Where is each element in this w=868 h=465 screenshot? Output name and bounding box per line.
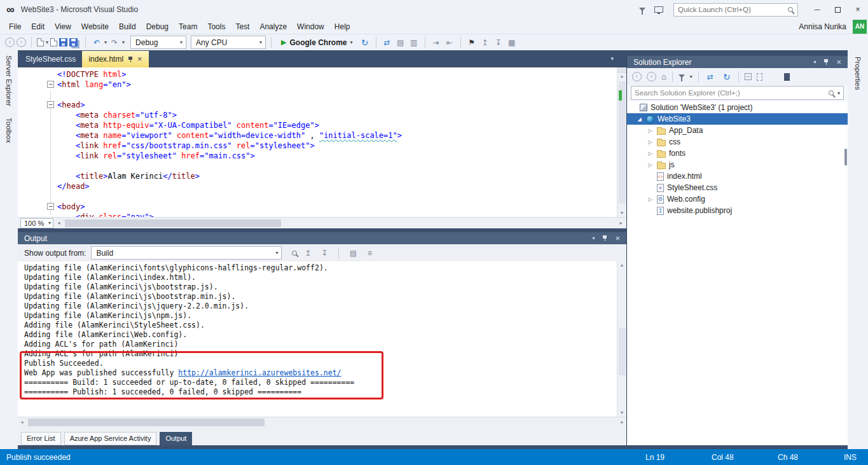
chevron-down-icon[interactable]: ▾	[122, 39, 125, 45]
tree-vertical-scrollbar[interactable]	[844, 148, 848, 445]
start-debugging-button[interactable]: ▶ Google Chrome ▾	[277, 38, 357, 47]
toggle-bookmark-icon[interactable]: ⚑	[466, 38, 478, 47]
scroll-up-icon[interactable]: ▲	[617, 73, 626, 80]
window-position-chevron-icon[interactable]: ▾	[592, 235, 595, 241]
menu-view[interactable]: View	[50, 20, 76, 33]
menu-build[interactable]: Build	[114, 20, 141, 33]
panel-tab-output[interactable]: Output	[160, 432, 192, 445]
outdent-icon[interactable]: ⇤	[444, 38, 455, 47]
output-horizontal-scrollbar[interactable]: ◂ ▸	[18, 417, 626, 427]
close-button[interactable]: ×	[848, 0, 868, 19]
redo-icon[interactable]: ↷	[109, 38, 120, 47]
close-icon[interactable]: ×	[615, 235, 620, 242]
chevron-down-icon[interactable]: ▾	[690, 74, 692, 80]
document-list-chevron-icon[interactable]: ▾	[610, 55, 614, 62]
show-all-files-icon[interactable]	[757, 73, 762, 81]
notifications-icon[interactable]	[654, 6, 663, 13]
tree-item-index-html[interactable]: index.html	[627, 170, 848, 182]
menu-file[interactable]: File	[4, 20, 26, 33]
panel-tab-azure-app-service-activity[interactable]: Azure App Service Activity	[64, 432, 157, 445]
menu-debug[interactable]: Debug	[141, 20, 174, 33]
expander-icon[interactable]: ◢	[636, 116, 643, 122]
solution-search-input[interactable]	[631, 89, 829, 97]
zoom-dropdown[interactable]: 100 % ▾	[20, 218, 53, 228]
undo-icon[interactable]: ↶	[91, 38, 102, 47]
scroll-left-icon[interactable]: ◂	[55, 218, 63, 228]
refresh-icon[interactable]: ↻	[359, 38, 371, 48]
panel-tab-error-list[interactable]: Error List	[21, 432, 61, 445]
tree-item-solution[interactable]: Solution 'WebSite3' (1 project)	[627, 102, 848, 113]
fold-toggle-icon[interactable]: −	[47, 101, 54, 108]
chevron-down-icon[interactable]: ▾	[837, 90, 840, 96]
search-icon[interactable]	[788, 7, 793, 12]
tree-item-web-config[interactable]: ▷Web.config	[627, 193, 848, 205]
tab-stylesheet-css[interactable]: StyleSheet.css	[19, 51, 82, 67]
split-handle[interactable]	[617, 67, 626, 73]
chevron-down-icon[interactable]: ▾	[104, 39, 107, 45]
tool-tab-toolbox[interactable]: Toolbox	[5, 116, 13, 144]
preview-selected-items-icon[interactable]	[784, 73, 790, 81]
tree-item-stylesheet-css[interactable]: StyleSheet.css	[627, 182, 848, 193]
indent-icon[interactable]: ⇥	[431, 38, 442, 47]
tree-item-js[interactable]: ▷js	[627, 159, 848, 170]
expander-icon[interactable]: ▷	[647, 128, 654, 134]
expander-icon[interactable]: ▷	[647, 162, 654, 168]
signed-in-user[interactable]: Annisa Nurika	[799, 22, 846, 31]
output-source-dropdown[interactable]: Build ▾	[91, 246, 282, 260]
tree-item-css[interactable]: ▷css	[627, 136, 848, 148]
scroll-down-icon[interactable]: ▼	[617, 409, 626, 417]
save-icon[interactable]	[59, 38, 67, 46]
scroll-right-icon[interactable]: ▸	[617, 218, 625, 228]
quick-launch-box[interactable]	[673, 3, 798, 17]
menu-team[interactable]: Team	[174, 20, 202, 33]
menu-tools[interactable]: Tools	[202, 20, 230, 33]
published-site-link[interactable]: http://alamkerinci.azurewebsites.net/	[178, 368, 341, 377]
comment-out-icon[interactable]: ▤	[395, 38, 406, 47]
previous-message-icon[interactable]: ↥	[302, 249, 313, 258]
menu-edit[interactable]: Edit	[26, 20, 50, 33]
chevron-down-icon[interactable]: ▾	[350, 39, 353, 45]
editor-vertical-scrollbar[interactable]: ▲ ▼	[617, 67, 626, 217]
editor-horizontal-scrollbar[interactable]: ◂ ▸	[55, 218, 625, 228]
menu-website[interactable]: Website	[76, 20, 114, 33]
avatar[interactable]: AN	[853, 20, 867, 34]
find-message-icon[interactable]	[292, 251, 297, 256]
clear-bookmarks-icon[interactable]: ▦	[506, 38, 518, 47]
scroll-down-icon[interactable]: ▼	[617, 209, 626, 217]
search-icon[interactable]	[829, 90, 834, 95]
clear-all-icon[interactable]: ▤	[347, 249, 359, 258]
menu-help[interactable]: Help	[329, 20, 355, 33]
pin-icon[interactable]	[602, 235, 607, 242]
tree-item-app-data[interactable]: ▷App_Data	[627, 125, 848, 136]
scroll-thumb[interactable]	[65, 219, 281, 227]
expander-icon[interactable]: ▷	[647, 151, 654, 156]
open-file-icon[interactable]	[50, 38, 57, 46]
pin-icon[interactable]	[128, 56, 133, 63]
scroll-right-icon[interactable]: ▸	[618, 417, 626, 427]
filter-icon[interactable]	[679, 74, 685, 81]
feedback-icon[interactable]	[639, 8, 645, 15]
code-editor[interactable]: <!DOCTYPE html>−<html lang="en">−<head> …	[18, 67, 626, 217]
uncomment-icon[interactable]: ▥	[408, 38, 420, 47]
quick-launch-input[interactable]	[674, 6, 785, 13]
window-position-chevron-icon[interactable]: ▾	[813, 59, 816, 65]
fold-toggle-icon[interactable]: −	[47, 81, 54, 88]
expander-icon[interactable]: ▷	[647, 197, 654, 202]
tab-index-html[interactable]: index.html×	[82, 51, 148, 67]
sync-with-active-document-icon[interactable]: ⇄	[705, 73, 716, 81]
save-all-icon[interactable]	[69, 38, 78, 46]
scroll-thumb[interactable]	[28, 419, 265, 426]
menu-window[interactable]: Window	[292, 20, 329, 33]
previous-bookmark-icon[interactable]: ↥	[479, 38, 491, 47]
home-icon[interactable]: ⌂	[661, 72, 666, 81]
close-icon[interactable]: ×	[836, 59, 841, 66]
menu-analyze[interactable]: Analyze	[254, 20, 292, 33]
output-vertical-scrollbar[interactable]: ▲ ▼	[617, 261, 626, 417]
tool-tab-properties[interactable]: Properties	[854, 55, 862, 91]
tree-item-website3[interactable]: ◢WebSite3	[627, 113, 848, 125]
next-message-icon[interactable]: ↧	[319, 249, 330, 258]
navigate-forward-icon[interactable]: ›	[17, 38, 26, 47]
tree-item-website-publishproj[interactable]: website.publishproj	[627, 205, 848, 216]
navigate-forward-icon[interactable]: ›	[647, 72, 656, 81]
maximize-button[interactable]	[827, 0, 848, 19]
